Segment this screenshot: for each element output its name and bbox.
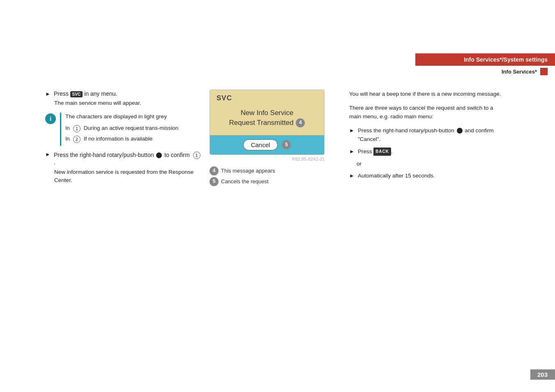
arrow-icon-r2: ► bbox=[349, 148, 355, 156]
svc-top-bar: SVC New Info Service Request Transmitted… bbox=[210, 90, 324, 135]
badge-5: 5 bbox=[282, 140, 291, 149]
step1-row: ► Press SVC in any menu. bbox=[45, 90, 201, 97]
diagram-note-5-text: Cancels the request bbox=[221, 177, 269, 186]
left-column: ► Press SVC in any menu. The main servic… bbox=[45, 90, 201, 184]
rotary-dot-icon bbox=[156, 152, 162, 158]
center-diagram: SVC New Info Service Request Transmitted… bbox=[210, 90, 325, 186]
numbered-item-1: In 1 During an active request trans-miss… bbox=[65, 124, 178, 132]
info-box: i The characters are displayed in light … bbox=[45, 113, 201, 146]
right-para-1: You will hear a beep tone if there is a … bbox=[349, 90, 501, 99]
diagram-badge-4: 4 bbox=[210, 166, 219, 175]
right-bullet-3: ► Automatically after 15 seconds. bbox=[349, 171, 501, 180]
right-bullet-2: ► Press BACK. bbox=[349, 147, 501, 156]
num-circle-1: 1 bbox=[73, 125, 81, 132]
info-note: The characters are displayed in light gr… bbox=[65, 113, 178, 121]
svc-message-line1: New Info Service bbox=[229, 108, 305, 118]
rotary-dot-icon-r bbox=[457, 128, 463, 134]
info-icon: i bbox=[45, 113, 56, 124]
right-bullet-3-text: Automatically after 15 seconds. bbox=[358, 171, 435, 180]
num-text-1: During an active request trans-mission bbox=[84, 124, 178, 132]
confirm-num-circle: 1 bbox=[193, 152, 200, 159]
diagram-notes: 4 This message appears 5 Cancels the req… bbox=[210, 166, 325, 186]
arrow-icon-r1: ► bbox=[349, 127, 355, 135]
in-label-2: In bbox=[65, 135, 70, 143]
numbered-item-2: In 2 If no information is available bbox=[65, 135, 178, 143]
svc-badge: SVC bbox=[70, 91, 83, 97]
header-title: Info Services*/System settings bbox=[415, 53, 555, 66]
svc-message-line2: Request Transmitted bbox=[229, 118, 294, 128]
header-subtitle-bar bbox=[540, 68, 548, 75]
cancel-button: Cancel bbox=[243, 139, 278, 150]
num-circle-2: 2 bbox=[73, 136, 81, 143]
header-subtitle: Info Services* bbox=[415, 66, 555, 77]
svc-label: SVC bbox=[216, 94, 318, 102]
back-badge: BACK bbox=[373, 148, 391, 156]
arrow-icon-2: ► bbox=[45, 151, 51, 157]
in-label-1: In bbox=[65, 124, 70, 132]
header-bar: Info Services*/System settings Info Serv… bbox=[415, 53, 555, 77]
diagram-id: P82.85-9242-31 bbox=[210, 157, 325, 161]
svc-screen: SVC New Info Service Request Transmitted… bbox=[210, 90, 325, 155]
svc-bottom-bar: Cancel 5 bbox=[210, 135, 324, 154]
diagram-note-4-text: This message appears bbox=[221, 166, 275, 175]
right-bullet-1: ► Press the right-hand rotary/push-butto… bbox=[349, 126, 501, 144]
right-bullet-2-text: Press BACK. bbox=[358, 147, 393, 156]
page-number: 203 bbox=[530, 369, 555, 380]
right-para-2: There are three ways to cancel the reque… bbox=[349, 104, 501, 121]
num-text-2: If no information is available bbox=[84, 135, 152, 143]
step2-row: ► Press the right-hand rotary/push-butto… bbox=[45, 151, 201, 166]
right-column: You will hear a beep tone if there is a … bbox=[349, 90, 501, 184]
arrow-icon-r3: ► bbox=[349, 172, 355, 180]
step2-text: Press the right-hand rotary/push-button … bbox=[54, 151, 201, 166]
step1-sub: The main service menu will appear. bbox=[54, 100, 201, 106]
step1-text: Press SVC in any menu. bbox=[54, 90, 117, 97]
badge-4: 4 bbox=[296, 118, 305, 127]
svc-message-text: New Info Service Request Transmitted 4 bbox=[229, 108, 305, 128]
arrow-icon-1: ► bbox=[45, 91, 51, 97]
right-bullet-1-text: Press the right-hand rotary/push-button … bbox=[358, 126, 501, 144]
info-content: The characters are displayed in light gr… bbox=[60, 113, 178, 146]
diagram-note-4: 4 This message appears bbox=[210, 166, 325, 175]
step2-sub: New information service is requested fro… bbox=[54, 168, 201, 185]
svc-message-line2-wrap: Request Transmitted 4 bbox=[229, 118, 305, 128]
diagram-note-5: 5 Cancels the request bbox=[210, 177, 325, 186]
or-text: or bbox=[357, 159, 501, 168]
svc-message: New Info Service Request Transmitted 4 bbox=[216, 105, 318, 133]
header-subtitle-text: Info Services* bbox=[502, 69, 537, 75]
diagram-badge-5: 5 bbox=[210, 177, 219, 186]
